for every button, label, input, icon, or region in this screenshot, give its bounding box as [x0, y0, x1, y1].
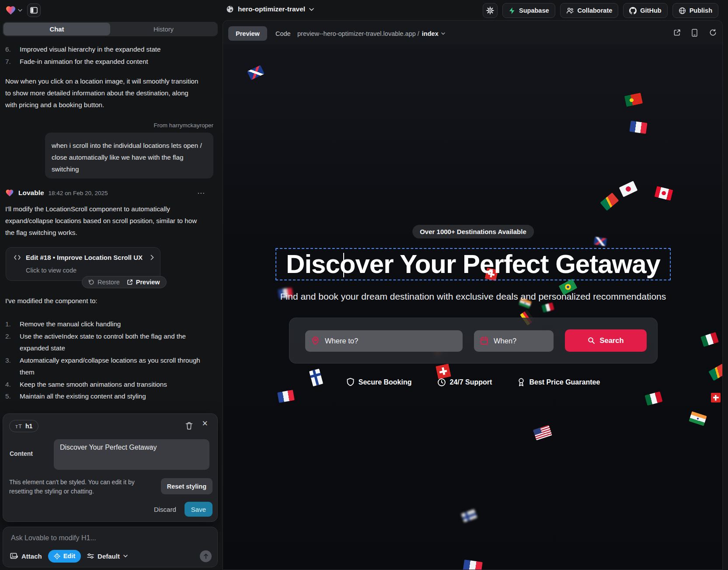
feature-secure-booking: Secure Booking: [346, 378, 412, 387]
element-tag: h1: [25, 423, 32, 430]
heading-selection-box[interactable]: Discover Your Perfect Getaway: [275, 248, 671, 280]
publish-button[interactable]: Publish: [672, 3, 718, 18]
tab-chat[interactable]: Chat: [3, 23, 110, 35]
supabase-button[interactable]: Supabase: [502, 3, 555, 18]
attach-button[interactable]: Attach: [10, 553, 42, 560]
panel-left-icon: [30, 7, 38, 14]
composer-input[interactable]: [7, 531, 213, 548]
list-item: 4.Keep the same smooth animations and tr…: [5, 378, 200, 391]
edit-card-subtitle: Click to view code: [26, 267, 77, 274]
github-button[interactable]: GitHub: [623, 3, 667, 18]
app-window: hero-optimizer-travel: [0, 0, 728, 570]
project-selector[interactable]: hero-optimizer-travel: [226, 5, 314, 13]
close-panel-icon[interactable]: ×: [202, 419, 208, 428]
lovable-logo-icon[interactable]: [5, 5, 16, 16]
logo-chevron-down-icon[interactable]: [18, 9, 22, 12]
text-caret: [343, 253, 344, 277]
shield-icon: [346, 378, 355, 387]
mobile-view-icon[interactable]: [692, 29, 697, 37]
user-message-bubble: when i scroll into the individual locati…: [45, 133, 213, 178]
flag-new-zealand: [594, 237, 607, 246]
flag-south-africa: [600, 192, 619, 211]
code-icon: [14, 255, 21, 260]
list-item: 5.Maintain all the existing content and …: [5, 390, 200, 402]
flag-australia: [247, 65, 265, 80]
url-chevron-down-icon: [441, 32, 445, 35]
project-name: hero-optimizer-travel: [238, 5, 305, 13]
open-in-new-tab-icon[interactable]: [673, 29, 681, 36]
flag-usa: [533, 425, 552, 441]
element-editor-panel: тT h1 × Content Discover Your Perfect Ge…: [3, 413, 218, 522]
image-icon: [10, 553, 18, 560]
sliders-icon: [87, 553, 94, 559]
message-author-label: From harrymckayroper: [153, 122, 213, 129]
more-options-icon[interactable]: ⋯: [197, 189, 206, 198]
mode-select[interactable]: Default: [87, 553, 128, 560]
search-button[interactable]: Search: [565, 329, 647, 352]
flag-switzerland-right: [711, 393, 721, 402]
search-icon: [588, 337, 595, 344]
list-item: 7.Fade-in animation for the expanded con…: [5, 56, 202, 68]
collaborate-button[interactable]: Collaborate: [560, 3, 619, 18]
content-label: Content: [10, 450, 33, 457]
restore-button[interactable]: Restore: [88, 279, 120, 286]
flag-portugal: [624, 93, 643, 107]
assistant-list-previous: 6.Improved visual hierarchy in the expan…: [5, 43, 202, 67]
flag-france: [629, 121, 647, 134]
sidebar-toggle-button[interactable]: [27, 3, 41, 17]
assistant-paragraph: I'll modify the LocationScroll component…: [5, 203, 203, 238]
refresh-icon[interactable]: [709, 29, 717, 36]
list-item: 1.Remove the manual click handling: [5, 318, 200, 330]
edit-mode-button[interactable]: Edit: [48, 550, 81, 563]
site-preview: Over 1000+ Destinations Available Discov…: [223, 44, 723, 570]
chat-panel: Chat History 6.Improved visual hierarchy…: [0, 21, 221, 570]
preview-toolbar: Preview Code preview--hero-optimizer-tra…: [223, 21, 722, 44]
assistant-name: Lovable: [18, 189, 44, 197]
tab-preview[interactable]: Preview: [228, 26, 267, 41]
github-icon: [629, 7, 637, 14]
supabase-icon: [509, 7, 516, 14]
url-page: index: [422, 30, 439, 37]
type-icon: тT: [15, 423, 22, 430]
tab-code[interactable]: Code: [272, 26, 294, 41]
preview-url[interactable]: preview--hero-optimizer-travel.lovable.a…: [297, 26, 445, 41]
feature-list: Secure Booking 24/7 Support Best Price G…: [223, 378, 723, 387]
preview-button[interactable]: Preview: [127, 279, 160, 286]
flag-india-right: [689, 411, 707, 426]
discard-button[interactable]: Discard: [154, 506, 176, 513]
save-button[interactable]: Save: [185, 502, 212, 517]
collaborate-icon: [566, 7, 574, 14]
flag-mexico-right: [700, 332, 719, 347]
chevron-right-icon: [150, 255, 154, 260]
list-item: 3.Automatically expand/collapse location…: [5, 354, 200, 378]
gear-icon: [486, 7, 494, 14]
assistant-paragraph: Now when you click on a location image, …: [5, 75, 199, 111]
external-link-icon: [127, 279, 133, 285]
topbar-actions: Supabase Collaborate GitHub: [483, 3, 718, 18]
when-input[interactable]: [474, 330, 554, 352]
chat-history-tabs: Chat History: [3, 22, 218, 36]
styling-note: This element can't be styled. You can ed…: [9, 478, 150, 496]
where-input[interactable]: [305, 330, 463, 352]
content-textarea[interactable]: Discover Your Perfect Getaway: [54, 439, 209, 470]
flag-france-left: [277, 390, 295, 403]
feature-support: 24/7 Support: [437, 378, 492, 387]
award-icon: [517, 378, 525, 387]
site-heading[interactable]: Discover Your Perfect Getaway: [286, 249, 660, 280]
edit-card-title: Edit #18 • Improve Location Scroll UX: [26, 254, 143, 261]
arrow-up-icon: [203, 553, 209, 559]
reset-styling-button[interactable]: Reset styling: [161, 478, 212, 494]
flag-france-bottom: [463, 560, 482, 570]
crosshair-icon: [54, 553, 60, 560]
send-button[interactable]: [200, 550, 212, 562]
assistant-paragraph: I've modified the component to:: [5, 297, 98, 304]
search-bar: Search: [289, 318, 658, 364]
flag-canada: [655, 186, 673, 200]
delete-element-icon[interactable]: [185, 422, 193, 430]
lovable-heart-icon: [5, 189, 14, 197]
globe-icon: [226, 5, 234, 13]
topbar: hero-optimizer-travel: [0, 0, 728, 21]
settings-button[interactable]: [483, 3, 498, 18]
flag-finland-blurred: [461, 509, 477, 523]
tab-history[interactable]: History: [110, 23, 217, 35]
